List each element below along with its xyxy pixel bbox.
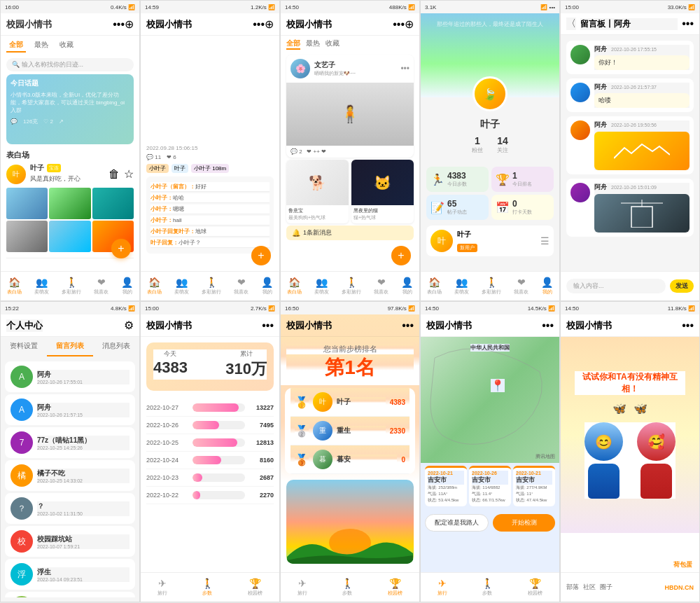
nav-home-3[interactable]: 🏠表白场 (287, 277, 302, 296)
messages-scroll[interactable]: A 阿舟 2022-10-26 17:55:01 A 阿舟 2022-10-26… (1, 359, 139, 597)
msg-row-6[interactable]: 校 校园踩坑站 2022-10-07 1:59:21 (5, 526, 135, 557)
settings-icon-6[interactable]: ⚙ (124, 319, 134, 332)
chat-msg-5: 小叶子回复叶子：地球 (150, 227, 270, 237)
msg-row-5[interactable]: ？ ？ 2022-10-02 11:31:50 (5, 493, 135, 524)
msg-row-8[interactable]: 吴 吴海三 2022-10-13 10:24:46 (5, 592, 135, 597)
nav-me-2[interactable]: 👤我的 (261, 277, 273, 296)
menu-dots-icon[interactable]: ☰ (540, 235, 550, 247)
nav-travel-9[interactable]: ✈旅行 (438, 578, 447, 597)
search-bar-1[interactable]: 🔍 输入名称找你的日迹... (6, 58, 134, 71)
nav-me-1[interactable]: 👤 我的 (121, 277, 133, 296)
today-stats-section: 今天 4383 累计 310万 (146, 342, 274, 391)
rank-position: 第1名 (286, 354, 414, 381)
row-time-2: 2022-10-26 21:57:15 (37, 413, 130, 417)
nav-home-2[interactable]: 🏠表白场 (147, 277, 162, 296)
delete-icon[interactable]: 🗑 (108, 168, 120, 181)
steps-menu[interactable]: ••• (262, 319, 274, 332)
map-title: 校园小情书 (426, 319, 542, 332)
tab-saved-1[interactable]: 收藏 (57, 39, 76, 53)
nav-home-1[interactable]: 🏠 表白场 (7, 277, 22, 296)
back-button[interactable]: 〈 (566, 18, 576, 30)
menu-icon-3[interactable]: ••• (393, 18, 405, 31)
bottom-nav-4: 🏠表白场 👥卖萌友 🚶多彩旅行 ❤我喜欢 👤我的 (421, 271, 559, 300)
msg-row-2[interactable]: A 阿舟 2022-10-26 21:57:15 (5, 394, 135, 425)
add-btn-2[interactable]: + (251, 246, 271, 265)
nav-maizang-4[interactable]: 👥卖萌友 (454, 277, 469, 296)
bottom-link-1[interactable]: 部落 (566, 583, 579, 592)
nav-walk-1[interactable]: 🚶 多彩旅行 (62, 277, 81, 296)
notification-bar[interactable]: 🔔 1条新消息 (286, 226, 414, 240)
following-num: 14 (497, 135, 508, 146)
tab-hot-3[interactable]: 最热 (306, 39, 320, 50)
tab-hot-1[interactable]: 最热 (31, 39, 51, 53)
tab-all-1[interactable]: 全部 (6, 39, 26, 53)
msg-row-1[interactable]: A 阿舟 2022-10-26 17:55:01 (5, 361, 135, 392)
nav-likes-4[interactable]: ❤我喜欢 (514, 277, 528, 296)
nav-me-4[interactable]: 👤我的 (541, 277, 553, 296)
nav-steps-8[interactable]: 🚶步数 (342, 578, 354, 597)
nav-follow-1[interactable]: ❤ 我喜欢 (94, 277, 108, 296)
send-button[interactable]: 发送 (670, 279, 694, 293)
nav-walk-2[interactable]: 🚶多彩旅行 (202, 277, 221, 296)
stab-messages[interactable]: 留言列表 (47, 337, 93, 356)
rank-menu[interactable]: ••• (402, 319, 414, 332)
nav-label-2: 卖萌友 (174, 289, 189, 296)
loc-date-2: 2022-10-26 (472, 471, 508, 476)
nav-travel-7[interactable]: ✈旅行 (158, 578, 167, 597)
loc-date-1: 2022-10-21 (428, 471, 464, 476)
stab-profile[interactable]: 资料设置 (1, 337, 47, 356)
location-cards: 2022-10-21 吉安市 海拔: 252/388m气温: 11A°状态: 5… (421, 463, 559, 511)
nav-friends-2[interactable]: 👥卖萌友 (174, 277, 189, 296)
msg-row-3[interactable]: 7 77z（喵钻11黑） 2022-10-25 14:25:26 (5, 427, 135, 458)
nav-rank-7[interactable]: 🏆校园榜 (248, 578, 262, 597)
nav-friends-1[interactable]: 👥 卖萌友 (34, 277, 49, 296)
nav-rank-8[interactable]: 🏆校园榜 (388, 578, 402, 597)
menu-icon-2[interactable]: ••• (253, 18, 265, 31)
map-menu[interactable]: ••• (542, 319, 554, 332)
row-info-1: 阿舟 2022-10-26 17:55:01 (37, 370, 130, 384)
star-icon[interactable]: ☆ (124, 167, 134, 181)
row-info-3: 77z（喵钻11黑） 2022-10-25 14:25:26 (37, 436, 130, 450)
checkin-icon: 📅 (496, 201, 510, 214)
settings-icon-3[interactable]: ⊕ (405, 18, 414, 31)
nav-travel-4[interactable]: 🚶多彩旅行 (482, 277, 501, 296)
hist-bar-wrap-1 (192, 403, 245, 412)
nav-w3[interactable]: 🚶多彩旅行 (342, 277, 361, 296)
col-post-1: 🐕 鲁意宝最美狗狗+热气球 (286, 160, 349, 223)
msg-row-4[interactable]: 橘 橘子不吃 2022-10-25 14:33:02 (5, 460, 135, 491)
bottom-link-2[interactable]: 社区 (583, 583, 596, 592)
bubble-1: 你好！ (594, 55, 690, 70)
tab-all-3[interactable]: 全部 (286, 39, 300, 50)
more-icon-1[interactable]: ••• (400, 64, 410, 74)
hist-num-4: 8160 (249, 457, 274, 464)
nav-rank-9[interactable]: 🏆校园榜 (528, 578, 542, 597)
hist-bar-1 (192, 403, 239, 412)
more-icon-5[interactable]: ••• (682, 18, 694, 30)
nb4-3: 多彩旅行 (482, 289, 501, 296)
nav-steps-7[interactable]: 🚶步数 (202, 578, 214, 597)
sunset-illustration (286, 480, 414, 564)
nav-f3[interactable]: 👥卖萌友 (314, 277, 329, 296)
nav-m3[interactable]: 👤我的 (401, 277, 413, 296)
stab-notifications[interactable]: 消息列表 (93, 337, 139, 356)
promo-menu[interactable]: ••• (682, 319, 694, 332)
nb4-4: 我喜欢 (514, 289, 528, 296)
add-btn-3[interactable]: + (391, 246, 411, 265)
row-name-3: 77z（喵钻11黑） (37, 436, 130, 445)
msg-row-7[interactable]: 浮 浮生 2022-10-14 09:23:51 (5, 559, 135, 590)
nav-follow-2[interactable]: ❤我喜欢 (234, 277, 248, 296)
message-input[interactable]: 输入内容... (566, 279, 666, 293)
menu-icon-1[interactable]: ••• (113, 18, 125, 31)
nav-biaobai-4[interactable]: 🏠表白场 (427, 277, 442, 296)
add-post-button[interactable]: + (111, 239, 131, 258)
nav-steps-9[interactable]: 🚶步数 (482, 578, 493, 597)
detect-button[interactable]: 开始检测 (493, 514, 555, 532)
settings-icon-1[interactable]: ⊕ (125, 18, 134, 31)
hist-num-6: 2270 (249, 492, 274, 499)
settings-icon-2[interactable]: ⊕ (265, 18, 274, 31)
nav-travel-8[interactable]: ✈旅行 (298, 578, 307, 597)
match-button[interactable]: 配定谁是我路人 (425, 514, 489, 532)
nav-lk3[interactable]: ❤我喜欢 (374, 277, 388, 296)
tab-saved-3[interactable]: 收藏 (326, 39, 340, 50)
bottom-link-3[interactable]: 圈子 (600, 583, 612, 592)
